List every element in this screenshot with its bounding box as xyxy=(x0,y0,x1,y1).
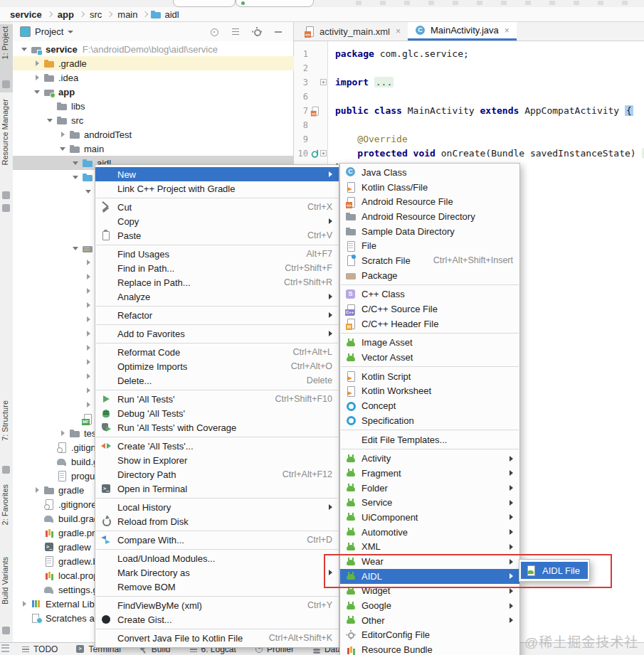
hide-panel-icon[interactable] xyxy=(273,27,283,37)
menu-item-debug-all-tests[interactable]: Debug 'All Tests' xyxy=(95,406,339,420)
menu-item-run-all-tests-with-coverage[interactable]: Run 'All Tests' with Coverage xyxy=(95,420,339,435)
menu-item-local-history[interactable]: Local History xyxy=(95,500,339,514)
menu-item-refactor[interactable]: Refactor xyxy=(95,308,339,322)
menu-item-add-to-favorites[interactable]: Add to Favorites xyxy=(95,326,339,341)
menu-item-find-usages[interactable]: Find UsagesAlt+F7 xyxy=(95,247,339,261)
new-item-image-asset[interactable]: Image Asset xyxy=(340,336,519,351)
new-item-other[interactable]: Other xyxy=(340,613,519,628)
tree-closed-arrow-icon[interactable] xyxy=(85,274,92,280)
new-item-resource-bundle[interactable]: Resource Bundle xyxy=(340,642,519,655)
tree-closed-arrow-icon[interactable] xyxy=(85,302,92,309)
tree-open-arrow-icon[interactable] xyxy=(73,245,79,252)
breadcrumb-item-main[interactable]: main xyxy=(117,9,137,20)
menu-item-findviewbyme-xml[interactable]: FindViewByMe (xml)Ctrl+Y xyxy=(95,598,339,612)
chevron-down-icon[interactable] xyxy=(68,31,73,33)
tab-activity-main-xml[interactable]: activity_main.xml× xyxy=(297,22,408,41)
menu-item-cut[interactable]: CutCtrl+X xyxy=(95,200,339,214)
toolwindow-project-button[interactable]: 1: Project xyxy=(1,26,9,59)
breadcrumb-item-app[interactable]: app xyxy=(58,9,74,20)
new-item-file[interactable]: File xyxy=(340,238,519,253)
fold-toggle-icon[interactable]: + xyxy=(320,150,327,156)
folded-region[interactable]: ... xyxy=(374,77,394,87)
close-icon[interactable]: × xyxy=(396,26,401,36)
menu-item-directory-path[interactable]: Directory PathCtrl+Alt+F12 xyxy=(95,467,339,481)
new-item-kotlin-script[interactable]: Kotlin Script xyxy=(340,369,519,384)
new-item-kotlin-class-file[interactable]: Kotlin Class/File xyxy=(340,180,519,195)
new-item-c-c-source-file[interactable]: C/C++ Source File xyxy=(340,302,519,316)
menu-item-copy[interactable]: Copy xyxy=(95,214,339,228)
tree-open-arrow-icon[interactable] xyxy=(73,160,79,166)
tree-closed-arrow-icon[interactable] xyxy=(85,345,92,351)
tree-row-libs[interactable]: libs xyxy=(13,99,294,113)
tree-row-src[interactable]: src xyxy=(13,113,294,127)
menu-item-reformat-code[interactable]: Reformat CodeCtrl+Alt+L xyxy=(95,345,339,359)
menu-item-remove-bom[interactable]: Remove BOM xyxy=(95,580,339,594)
menu-item-compare-with[interactable]: Compare With...Ctrl+D xyxy=(95,533,339,547)
new-item-vector-asset[interactable]: Vector Asset xyxy=(340,350,519,365)
new-item-scratch-file[interactable]: Scratch FileCtrl+Alt+Shift+Insert xyxy=(340,253,519,268)
tree-closed-arrow-icon[interactable] xyxy=(85,402,92,408)
toolwindow-build-variants-button[interactable]: Build Variants xyxy=(1,557,9,605)
menu-item-create-all-tests[interactable]: Create 'All Tests'... xyxy=(95,439,339,453)
collapse-all-icon[interactable] xyxy=(231,27,241,37)
tree-row-gradle[interactable]: .gradle xyxy=(13,56,294,70)
new-item-c-class[interactable]: C++ Class xyxy=(340,287,519,302)
locate-file-icon[interactable] xyxy=(209,27,219,37)
new-item-folder[interactable]: Folder xyxy=(340,481,519,496)
layout-icon[interactable] xyxy=(310,106,320,116)
new-item-package[interactable]: Package xyxy=(340,268,519,283)
toolbar-run-config-button[interactable] xyxy=(236,0,314,7)
new-item-editorconfig-file[interactable]: EditorConfig File xyxy=(340,628,519,643)
tree-closed-arrow-icon[interactable] xyxy=(85,316,92,323)
new-item-edit-file-templates[interactable]: Edit File Templates... xyxy=(340,432,519,447)
menu-item-load-unload-modules[interactable]: Load/Unload Modules... xyxy=(95,551,339,565)
new-item-activity[interactable]: Activity xyxy=(340,451,519,466)
close-icon[interactable]: × xyxy=(505,26,510,36)
breadcrumb-item-aidl[interactable]: aidl xyxy=(164,9,179,20)
menu-item-convert-java-file-to-kotlin-file[interactable]: Convert Java File to Kotlin FileCtrl+Alt… xyxy=(95,631,339,645)
tree-closed-arrow-icon[interactable] xyxy=(34,487,41,494)
toolwindow-favorites-button[interactable]: 2: Favorites xyxy=(1,484,9,525)
menu-item-optimize-imports[interactable]: Optimize ImportsCtrl+Alt+O xyxy=(95,359,339,373)
status-item-todo[interactable]: TODO xyxy=(21,644,58,654)
tree-open-arrow-icon[interactable] xyxy=(60,146,66,152)
toolwindow-resource-manager-button[interactable]: Resource Manager xyxy=(1,99,9,166)
toolbar-partial-button[interactable] xyxy=(173,0,236,7)
tree-closed-arrow-icon[interactable] xyxy=(85,331,92,337)
menu-item-analyze[interactable]: Analyze xyxy=(95,289,339,304)
new-item-fragment[interactable]: Fragment xyxy=(340,466,519,481)
menu-item-mark-directory-as[interactable]: Mark Directory as xyxy=(95,565,339,580)
menu-item-paste[interactable]: PasteCtrl+V xyxy=(95,228,339,243)
menu-item-find-in-path[interactable]: Find in Path...Ctrl+Shift+F xyxy=(95,261,339,275)
window-layout-icon[interactable] xyxy=(1,644,9,652)
menu-item-reload-from-disk[interactable]: Reload from Disk xyxy=(95,514,339,528)
menu-item-new[interactable]: New xyxy=(95,167,339,181)
new-item-java-class[interactable]: Java Class xyxy=(340,165,519,180)
tree-closed-arrow-icon[interactable] xyxy=(21,601,28,607)
tree-open-arrow-icon[interactable] xyxy=(21,46,28,53)
new-item-uicomponent[interactable]: UiComponent xyxy=(340,510,519,525)
toolwindow-structure-button[interactable]: 7: Structure xyxy=(1,400,9,441)
menu-item-replace-in-path[interactable]: Replace in Path...Ctrl+Shift+R xyxy=(95,275,339,289)
fold-toggle-icon[interactable]: + xyxy=(320,79,327,85)
tree-closed-arrow-icon[interactable] xyxy=(85,388,92,394)
tree-row-androidtest[interactable]: androidTest xyxy=(13,127,294,142)
breadcrumb-item-service[interactable]: service xyxy=(10,9,42,20)
tree-open-arrow-icon[interactable] xyxy=(47,117,53,124)
tree-closed-arrow-icon[interactable] xyxy=(34,75,41,81)
breadcrumb-item-src[interactable]: src xyxy=(90,9,102,20)
tree-open-arrow-icon[interactable] xyxy=(73,174,79,181)
new-item-android-resource-directory[interactable]: Android Resource Directory xyxy=(340,209,519,224)
tree-row-service[interactable]: serviceF:\androidDemo\blog\aidl\service xyxy=(13,42,294,56)
new-item-xml[interactable]: XML xyxy=(340,540,519,555)
menu-item-link-c-project-with-gradle[interactable]: Link C++ Project with Gradle xyxy=(95,181,339,196)
gear-icon[interactable] xyxy=(252,27,262,37)
menu-item-delete[interactable]: Delete...Delete xyxy=(95,373,339,388)
tree-closed-arrow-icon[interactable] xyxy=(85,359,92,366)
tree-closed-arrow-icon[interactable] xyxy=(60,430,66,437)
folded-region[interactable]: {...} xyxy=(642,148,644,159)
tree-row-idea[interactable]: .idea xyxy=(13,70,294,85)
tree-closed-arrow-icon[interactable] xyxy=(60,132,66,138)
tree-row-app[interactable]: app xyxy=(13,85,294,99)
menu-item-create-gist[interactable]: Create Gist... xyxy=(95,612,339,627)
